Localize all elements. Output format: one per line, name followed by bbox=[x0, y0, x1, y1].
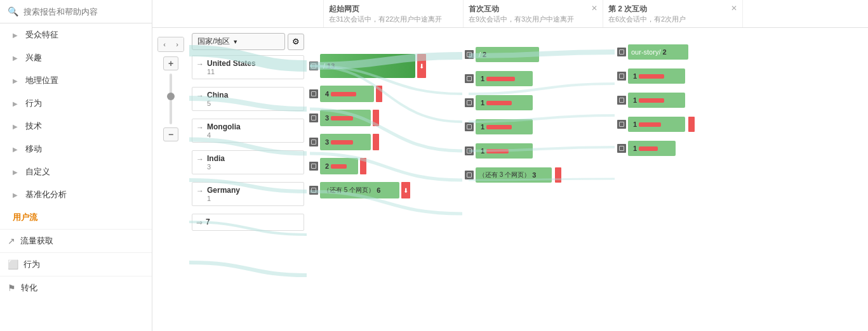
zoom-track bbox=[170, 74, 172, 124]
start-page-row-3[interactable]: 3 bbox=[309, 134, 460, 150]
second-page-row-3[interactable]: 1 bbox=[617, 117, 765, 132]
start-page-row-1[interactable]: 4 bbox=[309, 86, 460, 102]
source-node-india[interactable]: → India 3 bbox=[192, 150, 304, 174]
first-page-count-2: 1 bbox=[481, 99, 484, 107]
source-node-mongolia[interactable]: → Mongolia 4 bbox=[192, 119, 304, 143]
chevron-right-icon: ▶ bbox=[13, 77, 18, 84]
first-page-count-5: 3 bbox=[532, 171, 536, 179]
page-icon bbox=[309, 138, 318, 146]
second-interaction-column: our-story/ 2 1 1 bbox=[615, 33, 767, 315]
second-page-label-0: our-story/ bbox=[631, 48, 660, 56]
sidebar-item-mobile[interactable]: ▶ 移动 bbox=[0, 138, 152, 160]
source-node-info: Germany 1 bbox=[207, 186, 240, 202]
sidebar-item-audience[interactable]: ▶ 受众特征 bbox=[0, 23, 152, 46]
start-page-row-5[interactable]: （还有 5 个网页） 6 ⬇ bbox=[309, 182, 460, 198]
sidebar-item-geo[interactable]: ▶ 地理位置 bbox=[0, 69, 152, 92]
sidebar-item-behavior[interactable]: ▶ 行为 bbox=[0, 92, 152, 115]
redact-4 bbox=[486, 149, 509, 153]
redact-1 bbox=[486, 77, 515, 81]
exit-indicator-2 bbox=[373, 110, 379, 126]
start-page-row-4[interactable]: 2 bbox=[309, 158, 460, 174]
zoom-controls: ‹ › + − bbox=[152, 33, 189, 315]
source-arrow-icon: → bbox=[196, 91, 204, 100]
nav-arrows[interactable]: ‹ › bbox=[157, 37, 184, 52]
sidebar-section-conversion[interactable]: ⚑ 转化 bbox=[0, 276, 152, 299]
first-page-row-5[interactable]: （还有 3 个网页） 3 bbox=[465, 167, 612, 183]
second-page-row-4[interactable]: 1 bbox=[617, 141, 765, 156]
redact-3 bbox=[486, 125, 512, 129]
second-page-count-1: 1 bbox=[633, 72, 637, 80]
page-icon bbox=[465, 171, 474, 179]
exit-more bbox=[555, 167, 561, 183]
source-node-info: India 3 bbox=[207, 154, 225, 171]
first-page-count-4: 1 bbox=[481, 147, 484, 155]
nav-back-button[interactable]: ‹ bbox=[158, 37, 171, 51]
second-page-bar-0: our-story/ 2 bbox=[628, 44, 688, 60]
search-input[interactable] bbox=[23, 7, 144, 16]
sidebar-item-userflow[interactable]: 用户流 bbox=[0, 206, 152, 229]
sidebar-section-behavior[interactable]: ⬜ 行为 bbox=[0, 252, 152, 276]
search-bar[interactable]: 🔍 bbox=[0, 0, 152, 23]
country-filter-dropdown[interactable]: 国家/地区 ▼ bbox=[192, 33, 285, 50]
first-page-bar-4: 1 bbox=[476, 143, 533, 159]
acquisition-icon: ↗ bbox=[8, 236, 15, 246]
sidebar: 🔍 ▶ 受众特征 ▶ 兴趣 ▶ 地理位置 ▶ 行为 ▶ 技术 ▶ 移动 ▶ bbox=[0, 0, 152, 331]
source-node-china[interactable]: → China 5 bbox=[192, 87, 304, 111]
first-page-bar-5: （还有 3 个网页） 3 bbox=[476, 167, 552, 183]
source-arrow-icon: → bbox=[196, 155, 204, 164]
redact-s3 bbox=[639, 122, 661, 127]
start-page-label-0: / bbox=[323, 62, 325, 70]
start-page-row-2[interactable]: 3 bbox=[309, 110, 460, 126]
first-page-bar-0: / 2 bbox=[476, 47, 539, 62]
page-icon bbox=[309, 162, 318, 171]
first-close-icon[interactable]: ✕ bbox=[591, 4, 598, 13]
sidebar-item-custom[interactable]: ▶ 自定义 bbox=[0, 160, 152, 183]
first-page-label-5: （还有 3 个网页） bbox=[479, 171, 530, 179]
settings-button[interactable]: ⚙ bbox=[288, 34, 304, 50]
second-page-row-0[interactable]: our-story/ 2 bbox=[617, 44, 765, 60]
source-node-info: 7 bbox=[206, 217, 210, 226]
sidebar-item-interests[interactable]: ▶ 兴趣 bbox=[0, 46, 152, 69]
first-page-row-4[interactable]: 1 bbox=[465, 143, 612, 159]
source-column: 国家/地区 ▼ ⚙ → United States 11 bbox=[189, 33, 307, 315]
first-page-row-3[interactable]: 1 bbox=[465, 119, 612, 134]
sidebar-section-acquisition[interactable]: ↗ 流量获取 bbox=[0, 229, 152, 252]
source-node-germany[interactable]: → Germany 1 bbox=[192, 182, 304, 206]
start-page-count-4: 2 bbox=[325, 162, 329, 170]
redact-s4 bbox=[639, 146, 658, 151]
zoom-thumb[interactable] bbox=[167, 93, 175, 100]
nav-forward-button[interactable]: › bbox=[171, 37, 184, 51]
zoom-in-button[interactable]: + bbox=[163, 56, 178, 70]
source-node-other[interactable]: ⇒ 7 bbox=[192, 214, 304, 231]
second-interaction-header: 第 2 次互动 ✕ 在6次会话中，有2次用户 bbox=[603, 0, 743, 27]
sidebar-item-tech[interactable]: ▶ 技术 bbox=[0, 115, 152, 138]
first-page-count-3: 1 bbox=[481, 123, 484, 131]
zoom-out-button[interactable]: − bbox=[163, 127, 178, 141]
page-icon bbox=[465, 74, 474, 83]
first-page-row-1[interactable]: 1 bbox=[465, 71, 612, 86]
start-page-row-0[interactable]: / 13 ⬇ bbox=[309, 54, 460, 78]
first-page-bar-2: 1 bbox=[476, 95, 533, 110]
sidebar-item-benchmark[interactable]: ▶ 基准化分析 bbox=[0, 183, 152, 206]
second-page-row-2[interactable]: 1 bbox=[617, 93, 765, 108]
chevron-right-icon: ▶ bbox=[13, 123, 18, 130]
first-page-bar-3: 1 bbox=[476, 119, 533, 134]
second-page-count-2: 1 bbox=[633, 96, 637, 104]
redact-2 bbox=[486, 101, 512, 105]
page-icon bbox=[617, 96, 626, 105]
redact-bar-2 bbox=[331, 116, 353, 120]
first-page-row-0[interactable]: / 2 bbox=[465, 47, 612, 62]
source-arrow-icon: → bbox=[196, 186, 204, 195]
flag-icon: ⚑ bbox=[8, 283, 16, 293]
source-arrow-icon: → bbox=[196, 123, 204, 132]
page-icon bbox=[309, 89, 318, 98]
second-close-icon[interactable]: ✕ bbox=[731, 4, 737, 13]
first-page-row-2[interactable]: 1 bbox=[465, 95, 612, 110]
page-icon bbox=[617, 144, 626, 153]
chevron-right-icon: ▶ bbox=[13, 55, 18, 62]
behavior-icon: ⬜ bbox=[8, 259, 18, 269]
chevron-right-icon: ▶ bbox=[13, 100, 18, 107]
second-page-row-1[interactable]: 1 bbox=[617, 68, 765, 84]
chevron-right-icon: ▶ bbox=[13, 146, 18, 153]
source-node-us[interactable]: → United States 11 bbox=[192, 55, 304, 79]
